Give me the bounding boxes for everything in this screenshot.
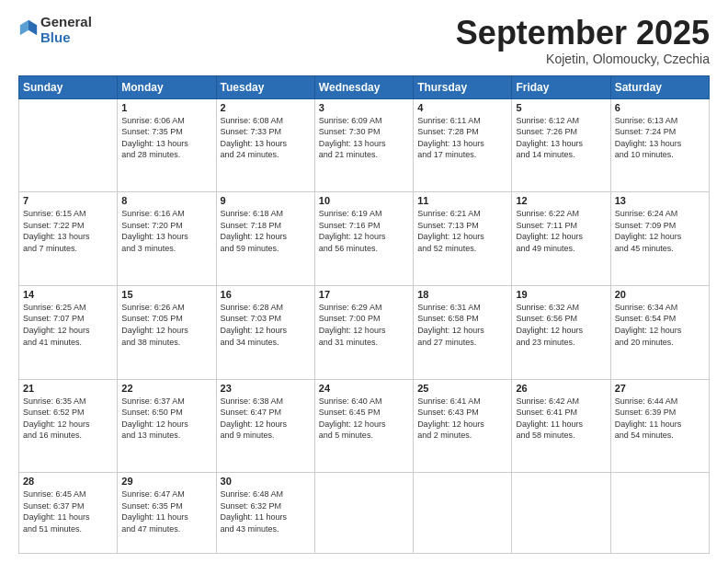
calendar-week-row: 21Sunrise: 6:35 AM Sunset: 6:52 PM Dayli… — [19, 379, 710, 473]
logo-blue: Blue — [40, 30, 92, 46]
day-info: Sunrise: 6:22 AM Sunset: 7:11 PM Dayligh… — [516, 208, 606, 254]
calendar-cell: 8Sunrise: 6:16 AM Sunset: 7:20 PM Daylig… — [118, 192, 216, 286]
day-number: 15 — [121, 289, 211, 300]
day-number: 17 — [319, 289, 409, 300]
calendar-cell: 2Sunrise: 6:08 AM Sunset: 7:33 PM Daylig… — [216, 98, 314, 192]
day-info: Sunrise: 6:44 AM Sunset: 6:39 PM Dayligh… — [615, 396, 705, 442]
calendar-cell: 5Sunrise: 6:12 AM Sunset: 7:26 PM Daylig… — [512, 98, 610, 192]
day-number: 25 — [417, 383, 507, 394]
calendar-cell: 17Sunrise: 6:29 AM Sunset: 7:00 PM Dayli… — [314, 285, 413, 379]
day-info: Sunrise: 6:31 AM Sunset: 6:58 PM Dayligh… — [417, 302, 507, 348]
day-number: 8 — [121, 195, 211, 206]
calendar-cell: 12Sunrise: 6:22 AM Sunset: 7:11 PM Dayli… — [512, 192, 610, 286]
title-block: September 2025 Kojetin, Olomoucky, Czech… — [456, 15, 710, 66]
day-info: Sunrise: 6:32 AM Sunset: 6:56 PM Dayligh… — [516, 302, 606, 348]
calendar-header-row: SundayMondayTuesdayWednesdayThursdayFrid… — [19, 75, 710, 98]
svg-marker-1 — [20, 19, 28, 35]
day-info: Sunrise: 6:18 AM Sunset: 7:18 PM Dayligh… — [221, 208, 311, 254]
day-info: Sunrise: 6:11 AM Sunset: 7:28 PM Dayligh… — [417, 115, 507, 161]
day-info: Sunrise: 6:29 AM Sunset: 7:00 PM Dayligh… — [319, 302, 409, 348]
calendar-cell: 21Sunrise: 6:35 AM Sunset: 6:52 PM Dayli… — [19, 379, 118, 473]
calendar-cell: 6Sunrise: 6:13 AM Sunset: 7:24 PM Daylig… — [610, 98, 709, 192]
day-number: 20 — [615, 289, 705, 300]
calendar-cell: 24Sunrise: 6:40 AM Sunset: 6:45 PM Dayli… — [314, 379, 413, 473]
calendar-cell: 30Sunrise: 6:48 AM Sunset: 6:32 PM Dayli… — [216, 473, 314, 554]
calendar-cell: 28Sunrise: 6:45 AM Sunset: 6:37 PM Dayli… — [19, 473, 118, 554]
calendar-week-row: 28Sunrise: 6:45 AM Sunset: 6:37 PM Dayli… — [19, 473, 710, 554]
day-number: 24 — [319, 383, 409, 394]
col-header-saturday: Saturday — [610, 75, 709, 98]
logo: General Blue — [18, 15, 92, 45]
day-info: Sunrise: 6:28 AM Sunset: 7:03 PM Dayligh… — [221, 302, 311, 348]
day-number: 10 — [319, 195, 409, 206]
day-number: 4 — [417, 102, 507, 113]
day-info: Sunrise: 6:24 AM Sunset: 7:09 PM Dayligh… — [615, 208, 705, 254]
col-header-tuesday: Tuesday — [216, 75, 314, 98]
month-title: September 2025 — [456, 15, 710, 52]
calendar-cell: 22Sunrise: 6:37 AM Sunset: 6:50 PM Dayli… — [118, 379, 216, 473]
calendar-cell: 3Sunrise: 6:09 AM Sunset: 7:30 PM Daylig… — [314, 98, 413, 192]
header: General Blue September 2025 Kojetin, Olo… — [18, 15, 710, 66]
logo-general: General — [40, 15, 92, 30]
day-number: 3 — [319, 102, 409, 113]
day-info: Sunrise: 6:35 AM Sunset: 6:52 PM Dayligh… — [23, 396, 113, 442]
col-header-friday: Friday — [512, 75, 610, 98]
day-info: Sunrise: 6:21 AM Sunset: 7:13 PM Dayligh… — [417, 208, 507, 254]
day-number: 23 — [221, 383, 311, 394]
day-info: Sunrise: 6:15 AM Sunset: 7:22 PM Dayligh… — [23, 208, 113, 254]
day-info: Sunrise: 6:47 AM Sunset: 6:35 PM Dayligh… — [121, 488, 211, 534]
calendar-week-row: 7Sunrise: 6:15 AM Sunset: 7:22 PM Daylig… — [19, 192, 710, 286]
day-number: 28 — [23, 476, 113, 487]
day-number: 30 — [221, 476, 311, 487]
day-info: Sunrise: 6:42 AM Sunset: 6:41 PM Dayligh… — [516, 396, 606, 442]
day-info: Sunrise: 6:06 AM Sunset: 7:35 PM Dayligh… — [121, 115, 211, 161]
day-number: 11 — [417, 195, 507, 206]
calendar-cell — [414, 473, 512, 554]
calendar-cell: 25Sunrise: 6:41 AM Sunset: 6:43 PM Dayli… — [414, 379, 512, 473]
day-info: Sunrise: 6:40 AM Sunset: 6:45 PM Dayligh… — [319, 396, 409, 442]
calendar-cell: 9Sunrise: 6:18 AM Sunset: 7:18 PM Daylig… — [216, 192, 314, 286]
day-info: Sunrise: 6:38 AM Sunset: 6:47 PM Dayligh… — [221, 396, 311, 442]
day-info: Sunrise: 6:16 AM Sunset: 7:20 PM Dayligh… — [121, 208, 211, 254]
calendar-week-row: 14Sunrise: 6:25 AM Sunset: 7:07 PM Dayli… — [19, 285, 710, 379]
day-number: 16 — [221, 289, 311, 300]
location: Kojetin, Olomoucky, Czechia — [456, 52, 710, 66]
calendar-cell: 26Sunrise: 6:42 AM Sunset: 6:41 PM Dayli… — [512, 379, 610, 473]
calendar-cell — [314, 473, 413, 554]
day-number: 18 — [417, 289, 507, 300]
day-number: 29 — [121, 476, 211, 487]
calendar-cell — [512, 473, 610, 554]
day-number: 13 — [615, 195, 705, 206]
calendar-cell: 15Sunrise: 6:26 AM Sunset: 7:05 PM Dayli… — [118, 285, 216, 379]
logo-icon — [18, 18, 39, 39]
svg-marker-0 — [28, 19, 37, 35]
calendar-table: SundayMondayTuesdayWednesdayThursdayFrid… — [18, 75, 710, 554]
calendar-cell: 27Sunrise: 6:44 AM Sunset: 6:39 PM Dayli… — [610, 379, 709, 473]
day-number: 26 — [516, 383, 606, 394]
calendar-cell: 19Sunrise: 6:32 AM Sunset: 6:56 PM Dayli… — [512, 285, 610, 379]
col-header-monday: Monday — [118, 75, 216, 98]
day-info: Sunrise: 6:09 AM Sunset: 7:30 PM Dayligh… — [319, 115, 409, 161]
calendar-cell: 4Sunrise: 6:11 AM Sunset: 7:28 PM Daylig… — [414, 98, 512, 192]
day-number: 19 — [516, 289, 606, 300]
calendar-cell: 13Sunrise: 6:24 AM Sunset: 7:09 PM Dayli… — [610, 192, 709, 286]
calendar-cell: 1Sunrise: 6:06 AM Sunset: 7:35 PM Daylig… — [118, 98, 216, 192]
day-info: Sunrise: 6:12 AM Sunset: 7:26 PM Dayligh… — [516, 115, 606, 161]
col-header-wednesday: Wednesday — [314, 75, 413, 98]
day-number: 9 — [221, 195, 311, 206]
calendar-cell: 29Sunrise: 6:47 AM Sunset: 6:35 PM Dayli… — [118, 473, 216, 554]
day-info: Sunrise: 6:45 AM Sunset: 6:37 PM Dayligh… — [23, 488, 113, 534]
page: General Blue September 2025 Kojetin, Olo… — [0, 0, 728, 563]
day-info: Sunrise: 6:25 AM Sunset: 7:07 PM Dayligh… — [23, 302, 113, 348]
calendar-cell: 14Sunrise: 6:25 AM Sunset: 7:07 PM Dayli… — [19, 285, 118, 379]
calendar-cell — [19, 98, 118, 192]
day-info: Sunrise: 6:19 AM Sunset: 7:16 PM Dayligh… — [319, 208, 409, 254]
calendar-cell: 18Sunrise: 6:31 AM Sunset: 6:58 PM Dayli… — [414, 285, 512, 379]
day-number: 1 — [121, 102, 211, 113]
calendar-cell: 20Sunrise: 6:34 AM Sunset: 6:54 PM Dayli… — [610, 285, 709, 379]
day-number: 27 — [615, 383, 705, 394]
day-number: 21 — [23, 383, 113, 394]
day-info: Sunrise: 6:08 AM Sunset: 7:33 PM Dayligh… — [221, 115, 311, 161]
day-number: 12 — [516, 195, 606, 206]
calendar-cell: 10Sunrise: 6:19 AM Sunset: 7:16 PM Dayli… — [314, 192, 413, 286]
